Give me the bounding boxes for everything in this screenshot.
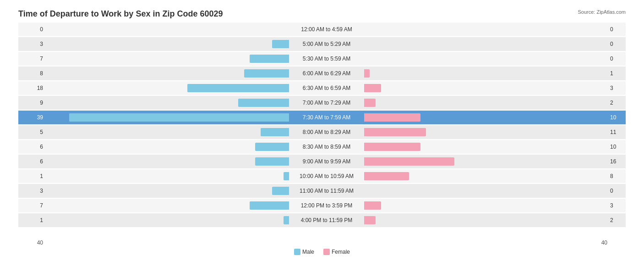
male-bar-area [46, 142, 290, 151]
male-value: 0 [18, 26, 46, 33]
female-bar [364, 216, 376, 224]
female-value: 0 [607, 56, 626, 62]
bars-wrapper: 12:00 PM to 3:59 PM [46, 199, 607, 212]
male-bar [255, 143, 289, 151]
chart-row: 6 8:30 AM to 8:59 AM 10 [18, 140, 626, 154]
bars-wrapper: 7:00 AM to 7:29 AM [46, 96, 607, 110]
female-value: 11 [607, 129, 626, 135]
bars-wrapper: 5:30 AM to 5:59 AM [46, 52, 607, 66]
time-label: 12:00 AM to 4:59 AM [290, 26, 363, 33]
male-bar [272, 187, 289, 195]
bars-wrapper: 7:30 AM to 7:59 AM [46, 111, 607, 124]
male-bar-area [46, 216, 290, 225]
male-bar-area [46, 69, 290, 78]
female-bar-area [363, 69, 607, 78]
male-bar [272, 40, 289, 48]
chart-row: 5 8:00 AM to 8:29 AM 11 [18, 125, 626, 139]
male-bar [244, 69, 289, 78]
female-bar-area [363, 98, 607, 107]
male-bar [238, 99, 289, 107]
time-label: 4:00 PM to 11:59 PM [290, 217, 363, 223]
female-bar [364, 113, 420, 122]
legend: Male Female [18, 249, 626, 255]
male-value: 3 [18, 188, 46, 194]
female-bar-area [363, 157, 607, 166]
male-bar [69, 113, 289, 122]
female-bar [364, 128, 426, 136]
time-label: 8:00 AM to 8:29 AM [290, 129, 363, 135]
time-label: 8:30 AM to 8:59 AM [290, 144, 363, 150]
legend-male-box [294, 249, 300, 255]
male-bar [250, 55, 289, 63]
female-value: 0 [607, 188, 626, 194]
chart-source: Source: ZipAtlas.com [578, 9, 626, 15]
chart-row: 3 5:00 AM to 5:29 AM 0 [18, 37, 626, 51]
chart-row: 39 7:30 AM to 7:59 AM 10 [18, 111, 626, 124]
bars-wrapper: 9:00 AM to 9:59 AM [46, 155, 607, 168]
female-bar-area [363, 216, 607, 225]
female-bar-area [363, 84, 607, 93]
female-bar-area [363, 128, 607, 137]
female-value: 1 [607, 70, 626, 77]
male-bar-area [46, 54, 290, 63]
bars-wrapper: 12:00 AM to 4:59 AM [46, 22, 607, 36]
female-value: 10 [607, 114, 626, 121]
axis-left-label: 40 [18, 240, 46, 246]
time-label: 6:30 AM to 6:59 AM [290, 85, 363, 91]
male-bar [187, 84, 289, 92]
female-value: 3 [607, 85, 626, 91]
chart-row: 18 6:30 AM to 6:59 AM 3 [18, 81, 626, 95]
male-bar-area [46, 201, 290, 210]
bars-wrapper: 10:00 AM to 10:59 AM [46, 169, 607, 183]
male-value: 5 [18, 129, 46, 135]
bars-wrapper: 8:30 AM to 8:59 AM [46, 140, 607, 154]
time-label: 7:00 AM to 7:29 AM [290, 100, 363, 106]
female-value: 8 [607, 173, 626, 179]
female-bar [364, 172, 409, 180]
bars-wrapper: 4:00 PM to 11:59 PM [46, 213, 607, 227]
chart-row: 0 12:00 AM to 4:59 AM 0 [18, 22, 626, 36]
male-value: 18 [18, 85, 46, 91]
male-bar-area [46, 39, 290, 49]
female-bar [364, 157, 454, 166]
male-value: 6 [18, 158, 46, 165]
male-value: 8 [18, 70, 46, 77]
legend-female: Female [323, 249, 350, 255]
female-value: 3 [607, 202, 626, 209]
chart-row: 7 12:00 PM to 3:59 PM 3 [18, 199, 626, 212]
time-label: 7:30 AM to 7:59 AM [290, 114, 363, 121]
female-bar [364, 69, 370, 78]
bars-wrapper: 6:30 AM to 6:59 AM [46, 81, 607, 95]
male-bar [250, 201, 289, 210]
female-value: 2 [607, 100, 626, 106]
female-bar [364, 99, 376, 107]
female-bar-area [363, 25, 607, 34]
male-bar [284, 172, 289, 180]
female-bar-area [363, 186, 607, 195]
male-bar [255, 157, 289, 166]
male-bar-area [46, 157, 290, 166]
male-value: 9 [18, 100, 46, 106]
male-value: 39 [18, 114, 46, 121]
chart-row: 7 5:30 AM to 5:59 AM 0 [18, 52, 626, 66]
legend-female-box [323, 249, 330, 255]
bars-wrapper: 11:00 AM to 11:59 AM [46, 184, 607, 198]
legend-female-label: Female [332, 249, 350, 255]
female-bar-area [363, 39, 607, 49]
chart-container: Time of Departure to Work by Sex in Zip … [0, 0, 644, 273]
bars-wrapper: 8:00 AM to 8:29 AM [46, 125, 607, 139]
male-value: 7 [18, 202, 46, 209]
female-bar-area [363, 172, 607, 181]
male-value: 7 [18, 56, 46, 62]
female-bar [364, 201, 381, 210]
legend-male-label: Male [302, 249, 314, 255]
axis-right-label: 40 [601, 240, 607, 246]
female-value: 16 [607, 158, 626, 165]
male-bar-area [46, 98, 290, 107]
male-bar-area [46, 25, 290, 34]
male-value: 1 [18, 173, 46, 179]
female-bar [364, 143, 420, 151]
time-label: 12:00 PM to 3:59 PM [290, 202, 363, 209]
chart-row: 6 9:00 AM to 9:59 AM 16 [18, 155, 626, 168]
axis-labels: 40 40 [18, 238, 626, 246]
